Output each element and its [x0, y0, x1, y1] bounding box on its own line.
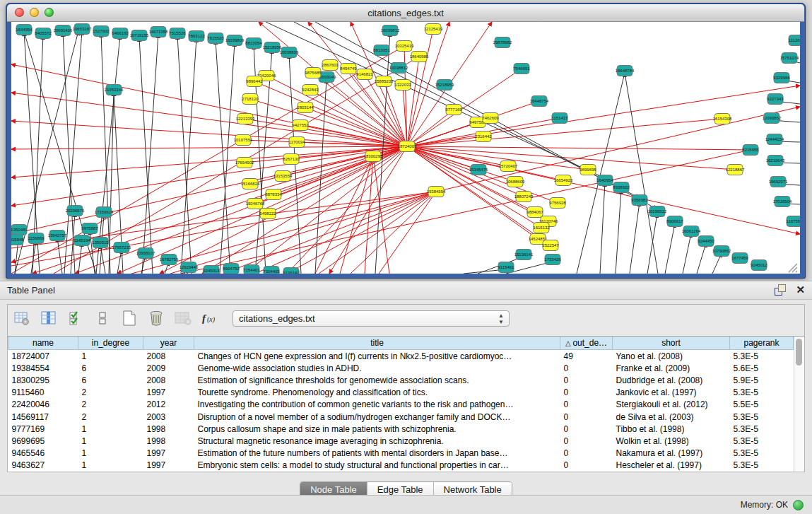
cell-in_degree[interactable]: 2: [78, 387, 143, 399]
row-height-icon[interactable]: [94, 310, 111, 327]
cell-in_degree[interactable]: 2: [78, 399, 143, 411]
network-node[interactable]: 17654902: [235, 158, 254, 168]
cell-pagerank[interactable]: 5.3E-5: [730, 448, 794, 460]
network-node[interactable]: 10038809: [280, 47, 299, 58]
create-table-icon[interactable]: [121, 310, 138, 327]
network-node[interactable]: 9427552: [292, 120, 309, 131]
network-node[interactable]: 7515526: [169, 28, 186, 39]
network-node[interactable]: 18724007: [398, 141, 417, 152]
network-node[interactable]: 10719155: [130, 30, 149, 41]
cell-in_degree[interactable]: 2: [78, 411, 143, 423]
network-node[interactable]: 12218867: [726, 165, 745, 175]
network-node[interactable]: 1156869: [28, 233, 45, 244]
network-node[interactable]: 1170034: [289, 137, 306, 148]
float-panel-icon[interactable]: [775, 284, 786, 296]
network-node[interactable]: 9699695: [579, 165, 596, 175]
network-node[interactable]: 9329966: [773, 73, 790, 83]
network-node[interactable]: 8454749: [340, 64, 357, 74]
cell-out_de[interactable]: 0: [560, 448, 613, 460]
network-node[interactable]: 10790862: [712, 246, 731, 257]
network-node[interactable]: 17359924: [95, 207, 114, 218]
network-node[interactable]: 2316442: [475, 132, 492, 142]
table-vertical-scrollbar[interactable]: [794, 337, 804, 472]
network-node[interactable]: 7546651: [513, 64, 530, 74]
network-node[interactable]: 1677459: [731, 253, 748, 264]
cell-short[interactable]: Wolkin et al. (1998): [613, 435, 730, 447]
column-header-title[interactable]: title: [194, 337, 560, 350]
table-options-icon[interactable]: [13, 310, 30, 327]
cell-out_de[interactable]: 49: [560, 350, 613, 363]
network-node[interactable]: 1167550: [787, 216, 800, 227]
network-node[interactable]: 9884067: [526, 207, 543, 218]
network-node[interactable]: 9356982: [631, 195, 648, 206]
table-row[interactable]: 1456911722003Disruption of a novel membe…: [8, 411, 794, 423]
network-node[interactable]: 2867603: [322, 60, 339, 71]
network-node[interactable]: 15751074: [780, 53, 799, 64]
column-header-in_degree[interactable]: in_degree: [78, 337, 143, 350]
cell-year[interactable]: 2009: [143, 362, 194, 374]
network-node[interactable]: 8906617: [666, 216, 683, 227]
network-node[interactable]: 9136142: [283, 268, 300, 274]
network-node[interactable]: 12093852: [763, 113, 782, 124]
network-node[interactable]: 10107554: [234, 135, 253, 146]
close-panel-icon[interactable]: ✕: [796, 284, 805, 296]
cell-name[interactable]: 18724007: [8, 350, 78, 363]
network-node[interactable]: 10038812: [389, 63, 408, 74]
table-row[interactable]: 946362711997Embryonic stem cells: a mode…: [8, 460, 794, 472]
cell-in_degree[interactable]: 1: [78, 350, 143, 363]
network-node[interactable]: 10653287: [73, 24, 92, 35]
cell-in_degree[interactable]: 1: [78, 448, 143, 460]
network-node[interactable]: 15720407: [499, 161, 518, 172]
table-row[interactable]: 969969511998Structural magnetic resonanc…: [8, 435, 794, 447]
window-titlebar[interactable]: citations_edges.txt: [7, 4, 804, 22]
network-node[interactable]: 7615520: [207, 33, 224, 44]
table-row[interactable]: 1830029562008Estimation of significance …: [8, 374, 794, 386]
network-node[interactable]: 2522547: [542, 240, 559, 251]
table-row[interactable]: 2242004622012Investigating the contribut…: [8, 399, 794, 411]
cell-title[interactable]: Estimation of significance thresholds fo…: [194, 374, 560, 386]
network-node[interactable]: 16448754: [530, 96, 549, 107]
table-row[interactable]: 977716911998Corpus callosum shape and si…: [8, 423, 794, 435]
cell-out_de[interactable]: 0: [560, 435, 613, 447]
cell-short[interactable]: Nakamura et al. (1997): [613, 448, 730, 460]
cell-year[interactable]: 2008: [143, 374, 194, 386]
network-node[interactable]: 16154308: [713, 114, 732, 124]
cell-pagerank[interactable]: 5.6E-5: [730, 362, 794, 374]
node-table[interactable]: namein_degreeyeartitle△ out_de…shortpage…: [8, 337, 794, 472]
cell-out_de[interactable]: 0: [560, 387, 613, 399]
network-node[interactable]: 12923446: [180, 262, 199, 273]
network-node[interactable]: 3315948: [11, 235, 24, 245]
network-node[interactable]: 8878334: [265, 189, 282, 200]
network-node[interactable]: 16210643: [766, 156, 785, 166]
network-node[interactable]: 10325419: [395, 41, 414, 52]
network-node[interactable]: 7462609: [482, 113, 499, 124]
cell-pagerank[interactable]: 5.3E-5: [730, 350, 794, 363]
network-node[interactable]: 29878982: [493, 37, 512, 48]
cell-out_de[interactable]: 0: [560, 460, 613, 472]
cell-short[interactable]: Stergiakouli et al. (2012): [613, 399, 730, 411]
cell-year[interactable]: 1998: [143, 435, 194, 447]
network-node[interactable]: 8813054: [245, 38, 262, 49]
network-node[interactable]: 1151413: [552, 113, 569, 124]
cell-short[interactable]: Dudbridge et al. (2008): [613, 374, 730, 386]
cell-pagerank[interactable]: 5.3E-5: [730, 387, 794, 399]
column-header-name[interactable]: name: [8, 337, 78, 350]
cell-title[interactable]: Estimation of the future numbers of pati…: [194, 448, 560, 460]
network-node[interactable]: 18300295: [364, 151, 383, 162]
cell-pagerank[interactable]: 5.3E-5: [730, 411, 794, 423]
network-node[interactable]: 16654923: [554, 175, 573, 186]
cell-title[interactable]: Tourette syndrome. Phenomenology and cla…: [194, 387, 560, 399]
network-node[interactable]: 16782759: [160, 255, 179, 265]
cell-title[interactable]: Embryonic stem cells: a model to study s…: [194, 460, 560, 472]
canvas-resize-grip[interactable]: [789, 264, 797, 272]
network-node[interactable]: 6466160: [112, 28, 129, 39]
column-header-pagerank[interactable]: pagerank: [730, 337, 794, 350]
cell-short[interactable]: Hescheler et al. (1997): [613, 460, 730, 472]
network-node[interactable]: 12213393: [236, 114, 255, 124]
network-node[interactable]: 8813051: [373, 45, 390, 56]
network-node[interactable]: 1640954: [596, 175, 613, 186]
network-node[interactable]: 5498222: [259, 209, 276, 219]
network-node[interactable]: 13153554: [273, 171, 293, 182]
network-canvas[interactable]: 1644954840557220691406106532871527602646…: [11, 22, 800, 274]
network-graph[interactable]: 1644954840557220691406106532871527602646…: [11, 22, 800, 274]
